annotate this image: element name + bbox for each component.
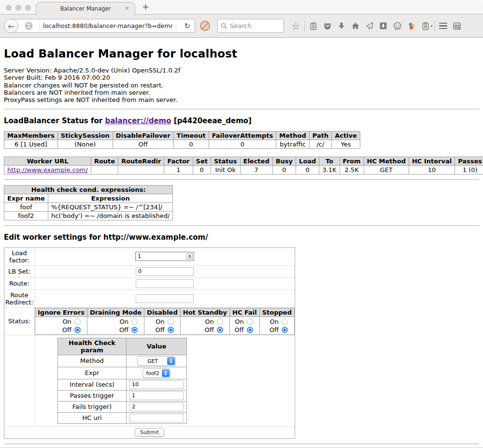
column-header: HC Interval bbox=[409, 157, 455, 165]
method-select[interactable]: GET bbox=[137, 356, 176, 366]
page-title: Load Balancer Manager for localhost bbox=[4, 47, 479, 60]
table-row: 6 [1 Used] (None) Off 0 0 bytraffic /c/ … bbox=[4, 140, 360, 148]
route-input[interactable] bbox=[136, 279, 194, 288]
hc-fail-on-radio[interactable] bbox=[247, 318, 253, 325]
back-button[interactable]: ← bbox=[4, 19, 18, 33]
balancer-link[interactable]: balancer://demo bbox=[105, 116, 171, 125]
hot-standby-off-radio[interactable] bbox=[217, 327, 223, 333]
form-row-route: Route: bbox=[4, 277, 295, 289]
ignore-errors-off-radio[interactable] bbox=[74, 327, 81, 333]
url-input[interactable]: localhost:8880/balancer-manager?b=demo&w… bbox=[43, 22, 172, 29]
hot-standby-on-radio[interactable] bbox=[217, 318, 223, 325]
search-bar[interactable]: Search bbox=[217, 19, 284, 33]
draining-mode-off-radio[interactable] bbox=[131, 327, 138, 333]
hc-fail-radios: On Off bbox=[230, 317, 260, 334]
hcp-row-expr: Expr foof2 bbox=[58, 367, 187, 379]
draining-mode-radios: On Off bbox=[87, 317, 144, 334]
load-factor-input[interactable] bbox=[136, 253, 186, 260]
search-placeholder: Search bbox=[230, 22, 252, 29]
home-icon[interactable] bbox=[348, 22, 362, 30]
column-header: Timeout bbox=[173, 131, 209, 140]
close-window-button[interactable] bbox=[6, 5, 12, 11]
minimize-window-button[interactable] bbox=[15, 5, 21, 11]
column-header: Hot Standby bbox=[180, 308, 229, 317]
send-page-icon[interactable] bbox=[362, 22, 376, 30]
column-header: Status bbox=[211, 157, 240, 165]
chat-smiley-icon[interactable] bbox=[390, 22, 404, 30]
expr-select[interactable]: foof2 bbox=[142, 368, 170, 378]
fails-input[interactable] bbox=[129, 403, 184, 411]
cell-hc-interval: 10 bbox=[409, 165, 455, 174]
disabled-off-radio[interactable] bbox=[168, 327, 174, 333]
form-row-lb-set: LB Set: bbox=[4, 265, 295, 277]
number-spinner-icon[interactable] bbox=[186, 253, 193, 260]
table-row: foof %{REQUEST_STATUS} =~ /^[234]/ bbox=[4, 202, 173, 211]
disabled-on-radio[interactable] bbox=[168, 318, 174, 325]
reading-list-icon[interactable] bbox=[306, 22, 320, 30]
cell-active: Yes bbox=[332, 140, 360, 148]
hc-uri-input[interactable] bbox=[129, 414, 184, 422]
search-icon bbox=[221, 23, 227, 29]
cell-factor: 1 bbox=[164, 165, 193, 174]
window-controls bbox=[6, 5, 31, 11]
urlbar-divider bbox=[39, 21, 40, 31]
submit-button[interactable]: Submit bbox=[135, 428, 164, 437]
interval-label: Interval (secs) bbox=[58, 379, 127, 390]
cell-load: 0 bbox=[296, 165, 319, 174]
worker-url-link[interactable]: http://www.example.com/ bbox=[7, 166, 88, 173]
tab-bar: Balancer Manager × + bbox=[0, 0, 483, 14]
content-blocked-icon[interactable] bbox=[200, 21, 210, 31]
reload-icon[interactable]: ↻ bbox=[180, 22, 195, 30]
column-header: RouteRedir bbox=[118, 157, 164, 165]
chevron-down-icon[interactable]: ▾ bbox=[430, 24, 433, 29]
load-factor-stepper[interactable] bbox=[135, 252, 194, 261]
cell-stickysession: (None) bbox=[57, 140, 113, 148]
interval-input[interactable] bbox=[129, 380, 184, 389]
balancer-status-heading: LoadBalancer Status for balancer://demo … bbox=[4, 116, 479, 125]
ignore-errors-radios: On Off bbox=[35, 317, 87, 334]
stopped-off-radio[interactable] bbox=[282, 327, 288, 333]
pocket-icon[interactable] bbox=[320, 22, 334, 30]
back-arrow-icon: ← bbox=[8, 21, 14, 31]
tab-close-icon[interactable]: × bbox=[125, 5, 129, 11]
divider bbox=[4, 225, 479, 226]
download-manager-icon[interactable] bbox=[376, 22, 390, 30]
cell-failoverattempts: 0 bbox=[209, 140, 276, 148]
route-redirect-input[interactable] bbox=[136, 294, 194, 303]
ignore-errors-on-radio[interactable] bbox=[74, 318, 81, 325]
lb-set-input[interactable] bbox=[136, 267, 194, 276]
url-bar[interactable]: localhost:8880/balancer-manager?b=demo&w… bbox=[11, 19, 195, 33]
hcp-header-row: Health Check param Value bbox=[58, 338, 187, 355]
passes-input[interactable] bbox=[129, 391, 184, 400]
extension-colored-dots-icon[interactable] bbox=[404, 22, 418, 30]
menu-hamburger-icon[interactable] bbox=[436, 23, 450, 29]
zoom-window-button[interactable] bbox=[25, 5, 31, 11]
tab-balancer-manager[interactable]: Balancer Manager × bbox=[36, 2, 135, 15]
grid-apps-icon[interactable] bbox=[450, 22, 464, 30]
expr-label: Expr bbox=[58, 367, 127, 379]
page-content: Load Balancer Manager for localhost Serv… bbox=[0, 47, 483, 445]
route-label: Route: bbox=[4, 277, 35, 289]
toolbar-icons: ☆ bbox=[289, 21, 464, 31]
status-label: Status: bbox=[4, 307, 35, 335]
toolbar-divider bbox=[434, 21, 435, 31]
edit-worker-form: Load factor: LB Set: Route: Route Redire… bbox=[4, 247, 295, 439]
health-params-spacer bbox=[4, 335, 35, 426]
cell-from: 2.5K bbox=[340, 165, 364, 174]
navigation-toolbar: ← localhost:8880/balancer-manager?b=demo… bbox=[0, 14, 483, 38]
cell-expression: %{REQUEST_STATUS} =~ /^[234]/ bbox=[48, 202, 173, 211]
proxypass-note-line: ProxyPass settings are NOT inherited fro… bbox=[4, 96, 479, 103]
column-header: Route bbox=[91, 157, 118, 165]
table-title-row: Health check cond. expressions: bbox=[4, 185, 173, 194]
worker-row: http://www.example.com/ 1 0 Init Ok 7 0 … bbox=[4, 165, 483, 174]
column-header: Expr name bbox=[4, 194, 48, 202]
draining-mode-on-radio[interactable] bbox=[131, 318, 138, 325]
select-arrows-icon bbox=[167, 357, 175, 365]
new-tab-button[interactable]: + bbox=[142, 1, 149, 12]
hc-fail-off-radio[interactable] bbox=[247, 327, 253, 333]
radio-off-label: Off bbox=[235, 326, 244, 333]
downloads-icon[interactable] bbox=[334, 22, 348, 30]
cell-method: bytraffic bbox=[276, 140, 309, 148]
bookmark-star-icon[interactable]: ☆ bbox=[289, 21, 303, 31]
stopped-on-radio[interactable] bbox=[282, 318, 288, 325]
